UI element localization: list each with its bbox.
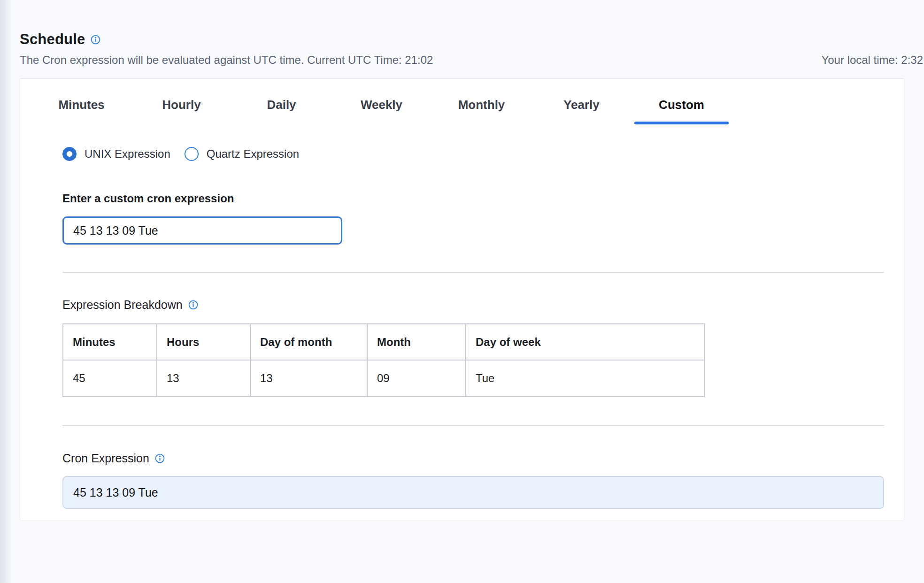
unix-expression-label: UNIX Expression: [85, 147, 170, 161]
expression-type-radio-group: UNIX Expression Quartz Expression: [62, 147, 884, 161]
local-time-note: Your local time: 2:32: [821, 54, 923, 67]
info-icon[interactable]: [91, 35, 100, 45]
breakdown-title: Expression Breakdown: [62, 298, 183, 312]
info-icon[interactable]: [188, 300, 198, 310]
custom-cron-label: Enter a custom cron expression: [62, 192, 884, 205]
column-header-month: Month: [367, 324, 466, 360]
column-header-day-of-month: Day of month: [250, 324, 367, 360]
radio-selected-icon[interactable]: [62, 147, 77, 161]
minutes-value: 45: [63, 360, 157, 397]
quartz-expression-label: Quartz Expression: [207, 147, 299, 161]
column-header-minutes: Minutes: [63, 324, 157, 360]
custom-cron-input[interactable]: [62, 216, 342, 245]
info-icon[interactable]: [155, 453, 165, 463]
section-divider: [62, 425, 884, 426]
page-title: Schedule: [20, 31, 85, 48]
tab-minutes[interactable]: Minutes: [31, 94, 131, 124]
day-of-week-value: Tue: [466, 360, 704, 397]
hours-value: 13: [157, 360, 250, 397]
unix-expression-radio[interactable]: UNIX Expression: [62, 147, 170, 161]
tab-monthly[interactable]: Monthly: [431, 94, 531, 124]
tab-hourly[interactable]: Hourly: [131, 94, 231, 124]
schedule-card: Minutes Hourly Daily Weekly Monthly Year…: [20, 78, 904, 521]
tab-custom[interactable]: Custom: [631, 94, 732, 124]
tab-yearly[interactable]: Yearly: [531, 94, 631, 124]
section-divider: [62, 272, 884, 273]
quartz-expression-radio[interactable]: Quartz Expression: [185, 147, 299, 161]
schedule-tabs: Minutes Hourly Daily Weekly Monthly Year…: [31, 94, 904, 124]
tab-weekly[interactable]: Weekly: [331, 94, 431, 124]
page-left-shade: [0, 0, 12, 583]
radio-unselected-icon[interactable]: [185, 147, 199, 161]
breakdown-value-row: 45 13 13 09 Tue: [63, 360, 704, 397]
column-header-hours: Hours: [157, 324, 250, 360]
breakdown-header-row: Minutes Hours Day of month Month Day of …: [63, 324, 704, 360]
cron-expression-readonly-field: 45 13 13 09 Tue: [62, 476, 884, 509]
expression-breakdown-table: Minutes Hours Day of month Month Day of …: [62, 323, 705, 397]
cron-expression-value: 45 13 13 09 Tue: [73, 486, 158, 499]
utc-time-note: The Cron expression will be evaluated ag…: [20, 54, 433, 67]
tab-daily[interactable]: Daily: [231, 94, 331, 124]
schedule-header: Schedule The Cron expression will be eva…: [20, 31, 923, 67]
cron-expression-title: Cron Expression: [62, 452, 149, 465]
month-value: 09: [367, 360, 466, 397]
day-of-month-value: 13: [250, 360, 367, 397]
column-header-day-of-week: Day of week: [466, 324, 704, 360]
